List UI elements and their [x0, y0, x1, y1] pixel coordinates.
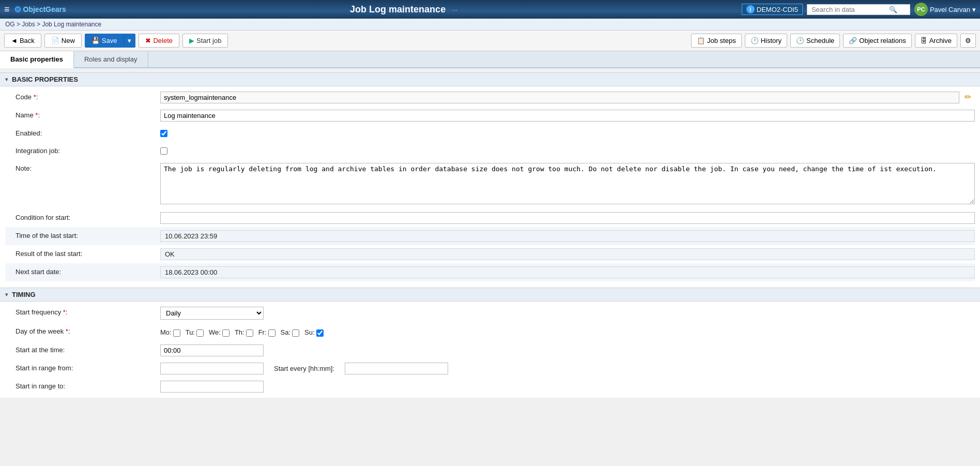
new-button[interactable]: 📄 New — [44, 34, 82, 48]
save-dropdown-chevron-icon: ▾ — [128, 37, 131, 44]
start-job-button[interactable]: ▶ Start job — [182, 34, 228, 48]
code-value-container: ✏ — [160, 91, 975, 104]
back-button[interactable]: ◄ Back — [4, 34, 41, 48]
start-time-value-container — [160, 343, 975, 357]
last-start-value-container: 10.06.2023 23:59 — [160, 229, 975, 243]
history-button[interactable]: 🕐 History — [745, 34, 787, 48]
breadcrumb-sep2: > — [37, 21, 42, 28]
search-bar[interactable]: 🔍 — [807, 4, 910, 15]
last-start-value: 10.06.2023 23:59 — [160, 230, 975, 242]
frequency-select[interactable]: Once Daily Weekly Monthly — [160, 307, 264, 320]
integration-job-checkbox[interactable] — [160, 147, 167, 155]
name-field[interactable] — [160, 110, 975, 122]
tab-basic-properties[interactable]: Basic properties — [0, 51, 74, 68]
timing-section-header[interactable]: ▾ TIMING — [0, 288, 980, 302]
save-dropdown-button[interactable]: ▾ — [124, 34, 135, 48]
note-row: Note: The job is regularly deleting from… — [5, 160, 975, 209]
save-icon: 💾 — [91, 37, 100, 44]
schedule-button[interactable]: 🕑 Schedule — [790, 34, 840, 48]
day-sa-checkbox[interactable] — [292, 329, 299, 337]
delete-icon: ✖ — [145, 37, 151, 44]
day-th-checkbox[interactable] — [246, 329, 253, 337]
code-row: Code *: ✏ — [5, 88, 975, 107]
start-icon: ▶ — [189, 37, 194, 44]
frequency-value-container: Once Daily Weekly Monthly — [160, 306, 975, 321]
frequency-label: Start frequency *: — [5, 306, 160, 319]
day-we[interactable]: We: — [209, 327, 229, 337]
frequency-required-marker: * — [63, 308, 66, 316]
frequency-row: Start frequency *: Once Daily Weekly Mon… — [5, 304, 975, 323]
name-row: Name *: — [5, 107, 975, 125]
start-every-field[interactable] — [345, 363, 448, 374]
start-time-field[interactable] — [160, 344, 264, 356]
page-title: Job Log maintenance — [350, 4, 446, 14]
day-tu[interactable]: Tu: — [186, 327, 204, 337]
day-we-checkbox[interactable] — [222, 329, 229, 337]
enabled-row: Enabled: — [5, 125, 975, 142]
day-su[interactable]: Su: — [304, 327, 324, 337]
day-mo[interactable]: Mo: — [160, 327, 180, 337]
range-values-container: Start every [hh:mm]: — [160, 362, 975, 375]
next-start-value-container: 18.06.2023 00:00 — [160, 265, 975, 279]
tab-bar: Basic properties Roles and display — [0, 51, 980, 68]
breadcrumb-current: Job Log maintenance — [42, 21, 101, 28]
object-relations-button[interactable]: 🔗 Object relations — [843, 34, 911, 48]
note-label: Note: — [5, 162, 160, 175]
breadcrumb-jobs[interactable]: Jobs — [22, 21, 35, 28]
user-chevron-icon[interactable]: ▾ — [972, 6, 976, 13]
range-from-label: Start in range from: — [5, 362, 160, 375]
day-fr-checkbox[interactable] — [268, 329, 275, 337]
code-field[interactable] — [160, 92, 959, 103]
range-to-row: Start in range to: — [5, 378, 975, 396]
range-to-field[interactable] — [160, 381, 264, 393]
job-steps-button[interactable]: 📋 Job steps — [691, 34, 742, 48]
day-tu-checkbox[interactable] — [196, 329, 204, 337]
day-sa[interactable]: Sa: — [281, 327, 300, 337]
day-of-week-row: Day of the week *: Mo: Tu: We: — [5, 323, 975, 341]
tab-roles-and-display[interactable]: Roles and display — [74, 51, 148, 67]
integration-job-row: Integration job: — [5, 142, 975, 160]
day-mo-checkbox[interactable] — [173, 329, 180, 337]
range-from-field[interactable] — [160, 363, 264, 374]
settings-button[interactable]: ⚙ — [960, 34, 976, 48]
breadcrumb-og[interactable]: OG — [5, 21, 15, 28]
back-icon: ◄ — [11, 37, 18, 44]
save-button-group: 💾 Save ▾ — [85, 34, 136, 48]
instance-label: DEMO2-CDI5 — [757, 6, 798, 13]
integration-job-value-container — [160, 144, 975, 157]
page-menu-dots[interactable]: ··· — [452, 6, 458, 14]
range-row: Start in range from: Start every [hh:mm]… — [5, 359, 975, 378]
last-result-value-container: OK — [160, 247, 975, 261]
range-to-value-container — [160, 380, 975, 394]
day-fr[interactable]: Fr: — [258, 327, 275, 337]
archive-button[interactable]: 🗄 Archive — [915, 34, 957, 48]
hamburger-menu[interactable]: ≡ — [4, 4, 10, 15]
day-of-week-required-marker: * — [66, 327, 68, 335]
user-name: Pavel Carvan — [930, 6, 970, 13]
search-input[interactable] — [811, 6, 889, 13]
save-button[interactable]: 💾 Save — [85, 34, 124, 48]
condition-field[interactable] — [160, 212, 975, 224]
note-textarea[interactable]: The job is regularly deleting from log a… — [160, 163, 975, 204]
condition-value-container — [160, 211, 975, 225]
next-start-value: 18.06.2023 00:00 — [160, 266, 975, 278]
condition-row: Condition for start: — [5, 209, 975, 227]
basic-properties-section-header[interactable]: ▾ BASIC PROPERTIES — [0, 72, 980, 86]
name-value-container — [160, 109, 975, 123]
name-required-marker: * — [35, 111, 38, 119]
code-required-marker: * — [34, 93, 36, 101]
note-value-container: The job is regularly deleting from log a… — [160, 162, 975, 207]
day-su-checkbox[interactable] — [316, 329, 324, 337]
day-th[interactable]: Th: — [235, 327, 253, 337]
delete-button[interactable]: ✖ Delete — [139, 34, 179, 48]
condition-label: Condition for start: — [5, 211, 160, 224]
code-edit-pencil-icon[interactable]: ✏ — [964, 93, 971, 101]
app-gear-icon: ⚙ — [14, 5, 21, 14]
day-of-week-checkboxes: Mo: Tu: We: Th: — [160, 325, 975, 339]
range-to-label: Start in range to: — [5, 380, 160, 393]
new-doc-icon: 📄 — [51, 37, 59, 44]
next-start-row: Next start date: 18.06.2023 00:00 — [5, 263, 975, 281]
instance-badge: i DEMO2-CDI5 — [742, 4, 803, 15]
enabled-checkbox[interactable] — [160, 130, 167, 137]
timing-form: Start frequency *: Once Daily Weekly Mon… — [0, 302, 980, 398]
